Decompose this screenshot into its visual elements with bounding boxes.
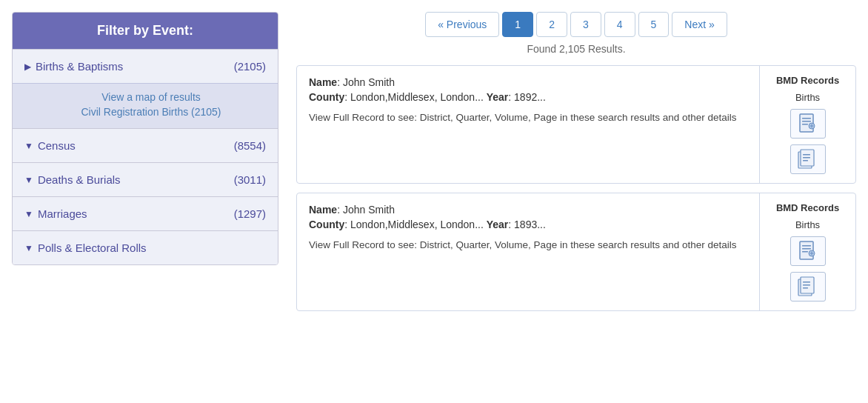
- result-details-1: View Full Record to see: District, Quart…: [309, 110, 747, 125]
- svg-rect-1: [802, 118, 811, 119]
- sidebar-item-deaths-row[interactable]: ▼ Deaths & Burials (3011): [13, 163, 278, 196]
- doc-icon-single-2[interactable]: [790, 236, 826, 266]
- page-5-button[interactable]: 5: [638, 12, 670, 37]
- name-value-2: : John Smith: [337, 204, 395, 216]
- results-summary: Found 2,105 Results.: [296, 43, 856, 55]
- result-card-1: Name: John Smith County: London,Middlese…: [296, 65, 856, 184]
- result-aside-2: BMD Records Births: [759, 193, 855, 310]
- bmd-type-1: Births: [795, 92, 820, 103]
- doc-icon-multi-2[interactable]: [790, 272, 826, 302]
- result-details-2: View Full Record to see: District, Quart…: [309, 238, 747, 253]
- bmd-title-2: BMD Records: [776, 202, 839, 213]
- name-label-1: Name: [309, 76, 337, 88]
- sidebar-item-deaths: ▼ Deaths & Burials (3011): [13, 162, 278, 196]
- result-county-line-2: County: London,Middlesex, London... Year…: [309, 219, 747, 230]
- chevron-down-icon-deaths: ▼: [24, 175, 33, 185]
- svg-rect-22: [803, 284, 810, 286]
- page-2-button[interactable]: 2: [536, 12, 567, 37]
- svg-rect-13: [802, 245, 811, 247]
- result-name-line-2: Name: John Smith: [309, 204, 747, 216]
- chevron-down-icon-marriages: ▼: [24, 209, 33, 219]
- year-value-1: : 1892...: [508, 91, 546, 103]
- sidebar-item-marriages-label: Marriages: [38, 207, 87, 220]
- chevron-down-icon-census: ▼: [24, 141, 33, 151]
- sidebar-item-deaths-count: (3011): [234, 173, 266, 186]
- page-4-button[interactable]: 4: [604, 12, 635, 37]
- sidebar-item-births-label: Births & Baptisms: [36, 60, 123, 73]
- svg-rect-3: [802, 124, 808, 125]
- county-value-2: : London,Middlesex, London...: [344, 219, 486, 230]
- result-card-2: Name: John Smith County: London,Middlese…: [296, 193, 856, 311]
- view-map-link[interactable]: View a map of results: [36, 91, 266, 103]
- pagination: « Previous 1 2 3 4 5 Next »: [296, 12, 856, 37]
- page-layout: Filter by Event: ▶ Births & Baptisms (21…: [12, 12, 856, 320]
- sidebar: Filter by Event: ▶ Births & Baptisms (21…: [12, 12, 278, 265]
- sidebar-item-marriages-row[interactable]: ▼ Marriages (1297): [13, 197, 278, 230]
- result-name-line-1: Name: John Smith: [309, 76, 747, 88]
- sidebar-item-polls: ▼ Polls & Electoral Rolls: [13, 230, 278, 264]
- result-body-1: Name: John Smith County: London,Middlese…: [297, 66, 759, 183]
- sidebar-item-deaths-label: Deaths & Burials: [38, 173, 121, 186]
- sidebar-header: Filter by Event:: [13, 13, 278, 49]
- sidebar-item-polls-label: Polls & Electoral Rolls: [38, 242, 147, 254]
- svg-rect-10: [803, 157, 810, 159]
- doc-icon-multi-1[interactable]: [790, 144, 826, 174]
- bmd-title-1: BMD Records: [776, 75, 839, 86]
- chevron-down-icon-polls: ▼: [24, 243, 33, 253]
- doc-icon-single-1[interactable]: [790, 109, 826, 139]
- year-label-1: Year: [487, 91, 509, 103]
- main-content: « Previous 1 2 3 4 5 Next » Found 2,105 …: [296, 12, 856, 320]
- page-1-button[interactable]: 1: [502, 12, 533, 37]
- chevron-right-icon: ▶: [24, 61, 31, 72]
- year-label-2: Year: [487, 219, 509, 230]
- county-label-1: County: [309, 91, 344, 103]
- bmd-type-2: Births: [795, 219, 820, 230]
- sidebar-item-marriages-count: (1297): [234, 207, 266, 220]
- sidebar-item-census-label: Census: [38, 139, 76, 152]
- prev-button[interactable]: « Previous: [425, 12, 499, 37]
- county-label-2: County: [309, 219, 344, 230]
- name-colon-1: : John Smith: [337, 76, 395, 88]
- sidebar-item-births-count: (2105): [234, 60, 266, 73]
- page-3-button[interactable]: 3: [570, 12, 601, 37]
- result-aside-1: BMD Records Births: [759, 66, 855, 183]
- svg-rect-2: [802, 121, 811, 122]
- sidebar-item-births-row[interactable]: ▶ Births & Baptisms (2105): [13, 50, 278, 83]
- svg-rect-14: [802, 248, 811, 250]
- sidebar-item-polls-row[interactable]: ▼ Polls & Electoral Rolls: [13, 231, 278, 264]
- next-button[interactable]: Next »: [672, 12, 727, 37]
- civil-registration-link[interactable]: Civil Registration Births (2105): [36, 106, 266, 118]
- sidebar-item-census-count: (8554): [234, 139, 266, 152]
- name-label-2: Name: [309, 204, 337, 216]
- sidebar-item-census: ▼ Census (8554): [13, 128, 278, 162]
- county-value-1: : London,Middlesex, London...: [344, 91, 486, 103]
- year-value-2: : 1893...: [508, 219, 546, 230]
- sidebar-item-births: ▶ Births & Baptisms (2105) View a map of…: [13, 49, 278, 128]
- sidebar-item-census-row[interactable]: ▼ Census (8554): [13, 129, 278, 162]
- svg-rect-21: [803, 282, 810, 283]
- result-county-line-1: County: London,Middlesex, London... Year…: [309, 91, 747, 103]
- svg-rect-9: [803, 154, 810, 156]
- result-body-2: Name: John Smith County: London,Middlese…: [297, 193, 759, 310]
- sidebar-births-expanded: View a map of results Civil Registration…: [13, 83, 278, 128]
- sidebar-item-marriages: ▼ Marriages (1297): [13, 196, 278, 230]
- svg-rect-15: [802, 251, 808, 253]
- svg-rect-11: [803, 160, 808, 161]
- svg-rect-23: [803, 287, 808, 289]
